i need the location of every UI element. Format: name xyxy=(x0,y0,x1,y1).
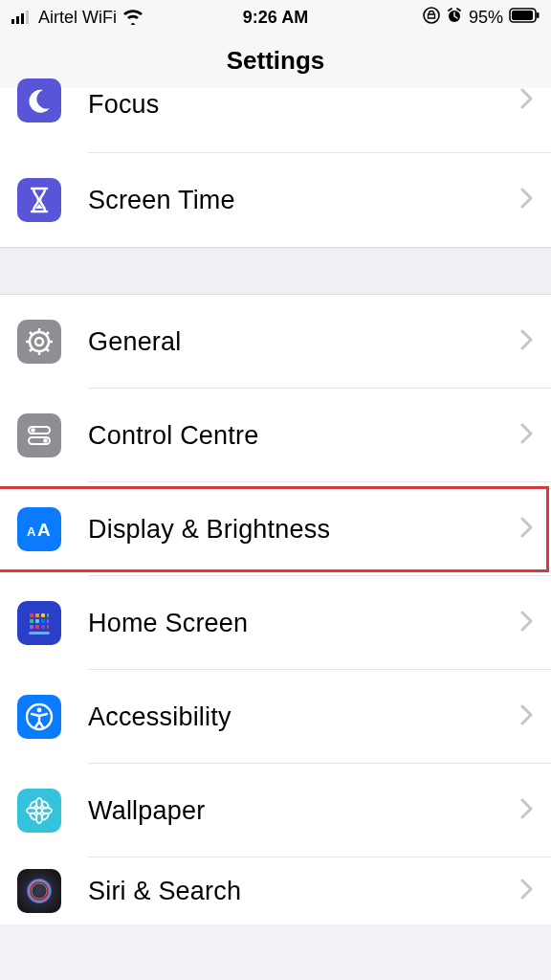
svg-point-39 xyxy=(37,708,42,713)
svg-rect-8 xyxy=(537,12,540,18)
svg-rect-35 xyxy=(41,625,45,629)
svg-rect-27 xyxy=(41,613,45,617)
wifi-icon xyxy=(122,10,143,25)
row-home-screen[interactable]: Home Screen xyxy=(0,576,551,670)
row-label: Siri & Search xyxy=(88,877,520,906)
row-label: Accessibility xyxy=(88,702,520,732)
toggles-icon xyxy=(17,413,61,457)
svg-rect-32 xyxy=(47,619,49,623)
svg-rect-30 xyxy=(35,619,39,623)
svg-rect-37 xyxy=(29,632,50,635)
row-label: Screen Time xyxy=(88,186,520,215)
svg-point-20 xyxy=(31,428,35,433)
row-siri-search[interactable]: Siri & Search xyxy=(0,858,551,924)
row-focus[interactable]: Focus xyxy=(0,88,551,153)
svg-line-16 xyxy=(46,348,49,351)
svg-rect-26 xyxy=(35,613,39,617)
chevron-right-icon xyxy=(520,188,534,212)
svg-rect-34 xyxy=(35,625,39,629)
row-label: Home Screen xyxy=(88,609,520,638)
chevron-right-icon xyxy=(520,798,534,823)
row-label: Control Centre xyxy=(88,421,520,451)
svg-point-48 xyxy=(40,812,49,820)
carrier-label: Airtel WiFi xyxy=(38,8,117,28)
row-general[interactable]: General xyxy=(0,295,551,389)
flower-icon xyxy=(17,789,61,833)
row-control-centre[interactable]: Control Centre xyxy=(0,389,551,482)
svg-point-46 xyxy=(40,800,49,809)
status-time: 9:26 AM xyxy=(243,8,308,28)
svg-point-47 xyxy=(29,812,37,820)
svg-rect-1 xyxy=(16,16,19,24)
chevron-right-icon xyxy=(520,879,534,903)
svg-point-52 xyxy=(32,883,47,899)
svg-rect-33 xyxy=(30,625,33,629)
gear-icon xyxy=(17,320,61,364)
svg-line-18 xyxy=(46,332,49,335)
cellular-signal-icon xyxy=(11,11,33,24)
row-wallpaper[interactable]: Wallpaper xyxy=(0,764,551,858)
chevron-right-icon xyxy=(520,611,534,635)
moon-icon xyxy=(17,78,61,122)
hourglass-icon xyxy=(17,178,61,222)
row-label: General xyxy=(88,327,520,357)
status-left: Airtel WiFi xyxy=(11,8,143,28)
svg-rect-28 xyxy=(47,613,49,617)
row-label: Wallpaper xyxy=(88,796,520,826)
svg-point-22 xyxy=(43,438,48,443)
status-right: 95% xyxy=(423,7,540,29)
svg-rect-2 xyxy=(21,13,24,24)
row-display-brightness[interactable]: AA Display & Brightness xyxy=(0,482,551,576)
svg-rect-3 xyxy=(26,11,29,24)
chevron-right-icon xyxy=(520,517,534,542)
svg-point-10 xyxy=(35,338,43,345)
svg-point-4 xyxy=(424,8,439,23)
row-accessibility[interactable]: Accessibility xyxy=(0,670,551,764)
svg-point-45 xyxy=(29,800,37,809)
row-screen-time[interactable]: Screen Time xyxy=(0,153,551,247)
chevron-right-icon xyxy=(520,423,534,448)
svg-rect-7 xyxy=(512,11,533,20)
row-label: Focus xyxy=(88,90,520,120)
svg-text:A: A xyxy=(37,520,51,540)
navbar: Settings xyxy=(0,34,551,88)
status-bar: Airtel WiFi 9:26 AM 95% xyxy=(0,0,551,34)
chevron-right-icon xyxy=(520,88,534,113)
svg-line-17 xyxy=(30,348,33,351)
svg-rect-29 xyxy=(30,619,33,623)
section-separator xyxy=(0,247,551,295)
orientation-lock-icon xyxy=(423,7,440,29)
svg-line-15 xyxy=(30,332,33,335)
row-label: Display & Brightness xyxy=(88,515,520,545)
accessibility-icon xyxy=(17,695,61,739)
svg-point-40 xyxy=(36,808,42,813)
alarm-icon xyxy=(446,7,463,29)
app-grid-icon xyxy=(17,601,61,645)
chevron-right-icon xyxy=(520,704,534,729)
page-title: Settings xyxy=(227,46,325,76)
battery-icon xyxy=(509,8,540,28)
svg-point-51 xyxy=(30,881,49,901)
svg-rect-0 xyxy=(11,19,14,24)
text-size-icon: AA xyxy=(17,507,61,551)
svg-rect-25 xyxy=(30,613,33,617)
settings-list: Focus Screen Time General Control Centre… xyxy=(0,88,551,924)
svg-text:A: A xyxy=(27,524,36,539)
svg-rect-31 xyxy=(41,619,45,623)
siri-icon xyxy=(17,869,61,913)
svg-rect-36 xyxy=(47,625,49,629)
battery-percent: 95% xyxy=(469,8,503,28)
chevron-right-icon xyxy=(520,329,534,354)
